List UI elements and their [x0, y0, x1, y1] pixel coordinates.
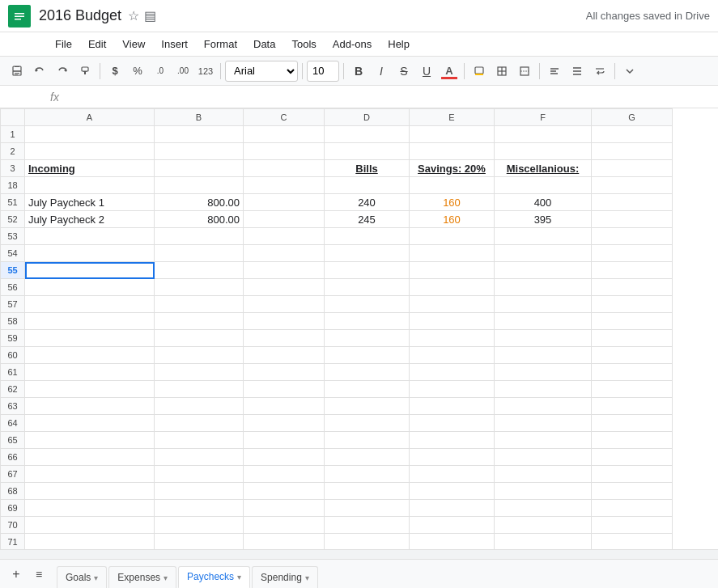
underline-button[interactable]: U — [416, 61, 437, 82]
cell-B18[interactable] — [155, 177, 244, 194]
cell-F18[interactable] — [495, 177, 592, 194]
cell-A53[interactable] — [25, 228, 155, 245]
cell-B61[interactable] — [155, 364, 244, 381]
cell-E2[interactable] — [410, 143, 495, 160]
cell-E68[interactable] — [410, 483, 495, 500]
cell-F67[interactable] — [495, 466, 592, 483]
cell-C70[interactable] — [244, 517, 325, 534]
cell-D66[interactable] — [325, 449, 410, 466]
cell-E55[interactable] — [410, 262, 495, 279]
menu-view[interactable]: View — [116, 36, 151, 52]
cell-F66[interactable] — [495, 449, 592, 466]
cell-F70[interactable] — [495, 517, 592, 534]
cell-D65[interactable] — [325, 432, 410, 449]
star-icon[interactable]: ☆ — [128, 8, 139, 23]
undo-button[interactable] — [29, 61, 50, 82]
cell-C55[interactable] — [244, 262, 325, 279]
cell-E66[interactable] — [410, 449, 495, 466]
cell-F59[interactable] — [495, 330, 592, 347]
cell-E71[interactable] — [410, 534, 495, 550]
cell-C60[interactable] — [244, 347, 325, 364]
cell-G54[interactable] — [592, 245, 673, 262]
print-button[interactable] — [6, 61, 28, 82]
cell-B2[interactable] — [155, 143, 244, 160]
cell-D3[interactable]: Bills — [325, 160, 410, 177]
cell-F57[interactable] — [495, 296, 592, 313]
cell-F60[interactable] — [495, 347, 592, 364]
cell-D59[interactable] — [325, 330, 410, 347]
cell-A68[interactable] — [25, 483, 155, 500]
tab-expenses-dropdown[interactable]: ▾ — [164, 573, 168, 582]
cell-E54[interactable] — [410, 245, 495, 262]
merge-button[interactable] — [514, 61, 535, 82]
cell-A3[interactable]: Incoming — [25, 160, 155, 177]
cell-D62[interactable] — [325, 381, 410, 398]
tab-paychecks-dropdown[interactable]: ▾ — [237, 573, 241, 582]
menu-data[interactable]: Data — [247, 36, 282, 52]
cell-F53[interactable] — [495, 228, 592, 245]
cell-E69[interactable] — [410, 500, 495, 517]
cell-E67[interactable] — [410, 466, 495, 483]
cell-C58[interactable] — [244, 313, 325, 330]
cell-B51[interactable]: 800.00 — [155, 194, 244, 211]
cell-C56[interactable] — [244, 279, 325, 296]
cell-B1[interactable] — [155, 126, 244, 143]
cell-C52[interactable] — [244, 211, 325, 228]
cell-G64[interactable] — [592, 415, 673, 432]
cell-A55[interactable] — [25, 262, 155, 279]
cell-B69[interactable] — [155, 500, 244, 517]
sheet-scroll[interactable]: A B C D E F G 1 — [0, 108, 718, 549]
cell-F58[interactable] — [495, 313, 592, 330]
cell-A58[interactable] — [25, 313, 155, 330]
cell-B71[interactable] — [155, 534, 244, 550]
cell-G57[interactable] — [592, 296, 673, 313]
cell-E1[interactable] — [410, 126, 495, 143]
cell-C57[interactable] — [244, 296, 325, 313]
cell-C53[interactable] — [244, 228, 325, 245]
cell-C63[interactable] — [244, 398, 325, 415]
cell-D69[interactable] — [325, 500, 410, 517]
cell-B55[interactable] — [155, 262, 244, 279]
cell-A71[interactable] — [25, 534, 155, 550]
cell-B53[interactable] — [155, 228, 244, 245]
number-format-button[interactable]: 123 — [195, 61, 216, 82]
sheet-menu-button[interactable]: ≡ — [28, 563, 50, 586]
font-size-input[interactable] — [307, 61, 339, 82]
cell-D67[interactable] — [325, 466, 410, 483]
cell-B56[interactable] — [155, 279, 244, 296]
cell-E61[interactable] — [410, 364, 495, 381]
cell-E60[interactable] — [410, 347, 495, 364]
cell-A66[interactable] — [25, 449, 155, 466]
cell-C51[interactable] — [244, 194, 325, 211]
cell-G53[interactable] — [592, 228, 673, 245]
cell-B58[interactable] — [155, 313, 244, 330]
cell-F69[interactable] — [495, 500, 592, 517]
cell-E64[interactable] — [410, 415, 495, 432]
cell-G63[interactable] — [592, 398, 673, 415]
cell-E65[interactable] — [410, 432, 495, 449]
cell-A51[interactable]: July Paycheck 1 — [25, 194, 155, 211]
cell-C64[interactable] — [244, 415, 325, 432]
cell-E58[interactable] — [410, 313, 495, 330]
tab-expenses[interactable]: Expenses ▾ — [108, 566, 176, 589]
cell-B59[interactable] — [155, 330, 244, 347]
formula-input[interactable] — [66, 91, 713, 103]
cell-D68[interactable] — [325, 483, 410, 500]
add-sheet-button[interactable]: + — [5, 563, 28, 586]
cell-E51[interactable]: 160 — [410, 194, 495, 211]
cell-F54[interactable] — [495, 245, 592, 262]
cell-E18[interactable] — [410, 177, 495, 194]
cell-B70[interactable] — [155, 517, 244, 534]
cell-F62[interactable] — [495, 381, 592, 398]
decimal-more-button[interactable]: .0 — [150, 61, 171, 82]
cell-F71[interactable] — [495, 534, 592, 550]
col-header-A[interactable]: A — [25, 109, 155, 126]
cell-G67[interactable] — [592, 466, 673, 483]
cell-F52[interactable]: 395 — [495, 211, 592, 228]
cell-B63[interactable] — [155, 398, 244, 415]
cell-D1[interactable] — [325, 126, 410, 143]
cell-E70[interactable] — [410, 517, 495, 534]
cell-D52[interactable]: 245 — [325, 211, 410, 228]
cell-D56[interactable] — [325, 279, 410, 296]
bold-button[interactable]: B — [348, 61, 369, 82]
